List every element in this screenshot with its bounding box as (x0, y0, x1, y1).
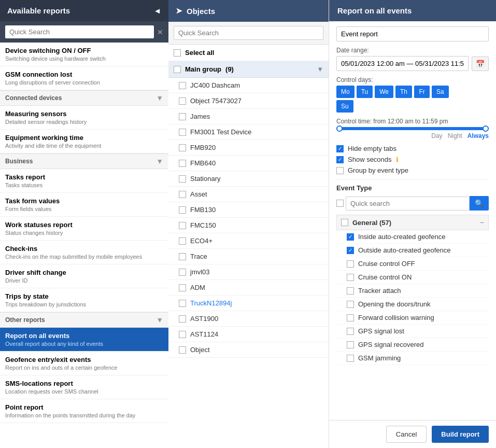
show-seconds-checkbox[interactable]: ✓ (336, 156, 344, 163)
object-item[interactable]: Object (168, 342, 329, 358)
object-checkbox[interactable] (179, 175, 186, 183)
report-item-sms-locations[interactable]: SMS-locations report Location requests o… (0, 375, 168, 399)
report-item-measuring-sensors[interactable]: Measuring sensors Detailed sensor readin… (0, 106, 168, 130)
select-all-row[interactable]: Select all (168, 45, 329, 61)
event-item-checkbox[interactable]: ✓ (347, 233, 354, 241)
object-item[interactable]: ECO4+ (168, 233, 329, 249)
event-item-checkbox[interactable] (347, 287, 354, 295)
object-checkbox[interactable] (179, 160, 186, 167)
day-btn-mo[interactable]: Mo (336, 86, 355, 98)
report-item-gsm-connection[interactable]: GSM connection lost Long disruptions of … (0, 66, 168, 90)
object-item[interactable]: Asset (168, 187, 329, 202)
day-btn-th[interactable]: Th (395, 86, 412, 98)
object-checkbox[interactable] (179, 206, 186, 214)
object-item[interactable]: Object 75473027 (168, 93, 329, 109)
object-checkbox[interactable] (179, 331, 186, 338)
middle-search-input[interactable] (174, 26, 323, 40)
report-item-equipment-working-time[interactable]: Equipment working time Activity and idle… (0, 130, 168, 153)
event-item-checkbox[interactable] (347, 314, 354, 321)
day-btn-fr[interactable]: Fr (414, 86, 430, 98)
day-btn-su[interactable]: Su (336, 100, 353, 113)
object-item[interactable]: JC400 Dashcam (168, 78, 329, 93)
report-item-point-report[interactable]: Point report Information on the points t… (0, 399, 168, 423)
event-group-collapse-icon[interactable]: − (480, 218, 484, 227)
event-item-checkbox[interactable] (347, 260, 354, 268)
select-all-checkbox[interactable] (174, 49, 181, 57)
object-checkbox[interactable] (179, 97, 186, 105)
report-item-geofence-entry-exit[interactable]: Geofence entry/exit events Report on ins… (0, 352, 168, 375)
event-item[interactable]: GPS signal recovered (336, 338, 489, 352)
section-scroll-icon[interactable]: ▼ (156, 94, 163, 102)
event-item[interactable]: Tracker attach (336, 284, 489, 298)
object-checkbox[interactable] (179, 346, 186, 354)
event-item[interactable]: Opening the doors/trunk (336, 298, 489, 311)
object-item[interactable]: AST1900 (168, 311, 329, 327)
object-checkbox[interactable] (179, 253, 186, 260)
object-item[interactable]: FMC150 (168, 218, 329, 233)
event-item[interactable]: GPS signal lost (336, 325, 489, 338)
day-btn-we[interactable]: We (375, 86, 393, 98)
report-item-device-switching[interactable]: Device switching ON / OFF Switching devi… (0, 43, 168, 66)
time-slider-thumb-left[interactable] (336, 125, 343, 132)
event-item[interactable]: Cruise control OFF (336, 257, 489, 271)
date-range-input[interactable] (336, 56, 469, 71)
object-checkbox[interactable] (179, 315, 186, 323)
event-item-checkbox[interactable] (347, 328, 354, 335)
report-item-tasks-report[interactable]: Tasks report Tasks statuses (0, 169, 168, 193)
report-item-work-statuses[interactable]: Work statuses report Status changes hist… (0, 217, 168, 241)
group-by-event-type-checkbox[interactable] (336, 167, 344, 174)
object-checkbox[interactable] (179, 237, 186, 245)
time-mode-always[interactable]: Always (467, 132, 489, 139)
report-item-driver-shift-change[interactable]: Driver shift change Driver ID (0, 264, 168, 288)
time-mode-night[interactable]: Night (448, 132, 462, 139)
object-checkbox[interactable] (179, 129, 186, 136)
report-item-check-ins[interactable]: Check-ins Check-ins on the map submitted… (0, 241, 168, 264)
object-item[interactable]: James (168, 109, 329, 124)
section-scroll-icon[interactable]: ▼ (156, 316, 163, 324)
object-checkbox[interactable] (179, 269, 186, 276)
time-slider-thumb-right[interactable] (483, 125, 489, 132)
object-item[interactable]: FMB130 (168, 202, 329, 218)
object-checkbox[interactable] (179, 82, 186, 89)
event-item-checkbox[interactable] (347, 274, 354, 281)
object-item[interactable]: jmvl03 (168, 264, 329, 280)
event-item-checkbox[interactable]: ✓ (347, 247, 354, 254)
day-btn-tu[interactable]: Tu (357, 86, 373, 98)
event-item[interactable]: Forward collision warning (336, 311, 489, 325)
hide-empty-tabs-checkbox[interactable]: ✓ (336, 145, 344, 152)
calendar-icon[interactable]: 📅 (472, 57, 489, 71)
event-group-checkbox[interactable] (341, 219, 348, 226)
hide-empty-tabs-row[interactable]: ✓ Hide empty tabs (336, 145, 489, 152)
object-item[interactable]: TruckN12894j (168, 296, 329, 311)
object-item[interactable]: FMB920 (168, 140, 329, 156)
group-by-event-type-row[interactable]: Group by event type (336, 166, 489, 174)
object-item[interactable]: FM3001 Test Device (168, 124, 329, 140)
left-search-input[interactable] (5, 25, 154, 38)
object-item[interactable]: ADM (168, 280, 329, 296)
event-search-checkbox[interactable] (336, 200, 344, 207)
event-item[interactable]: ✓ Outside auto-created geofence (336, 244, 489, 257)
report-item-trips-by-state[interactable]: Trips by state Trips breakdown by jurisd… (0, 288, 168, 312)
object-checkbox[interactable] (179, 300, 186, 307)
build-report-button[interactable]: Build report (432, 426, 489, 443)
event-search-button[interactable]: 🔍 (470, 196, 489, 211)
event-item-checkbox[interactable] (347, 301, 354, 308)
object-item[interactable]: AST1124 (168, 327, 329, 342)
report-name-input[interactable] (336, 26, 489, 41)
show-seconds-row[interactable]: ✓ Show seconds ℹ (336, 156, 489, 163)
object-group-main[interactable]: Main group (9) ▼ (168, 61, 329, 78)
object-checkbox[interactable] (179, 144, 186, 151)
group-collapse-icon[interactable]: ▼ (317, 65, 323, 73)
day-btn-sa[interactable]: Sa (432, 86, 449, 98)
section-scroll-icon[interactable]: ▼ (156, 157, 163, 165)
time-slider[interactable] (336, 127, 489, 130)
object-checkbox[interactable] (179, 284, 186, 291)
object-item[interactable]: Stationary (168, 171, 329, 187)
event-item[interactable]: ✓ Inside auto-created geofence (336, 230, 489, 244)
report-item-report-all-events[interactable]: Report on all events Overall report abou… (0, 328, 168, 352)
event-item-checkbox[interactable] (347, 355, 354, 362)
object-checkbox[interactable] (179, 191, 186, 198)
event-item-checkbox[interactable] (347, 341, 354, 348)
event-group-header[interactable]: General (57) − (336, 215, 489, 230)
object-item[interactable]: FMB640 (168, 156, 329, 171)
